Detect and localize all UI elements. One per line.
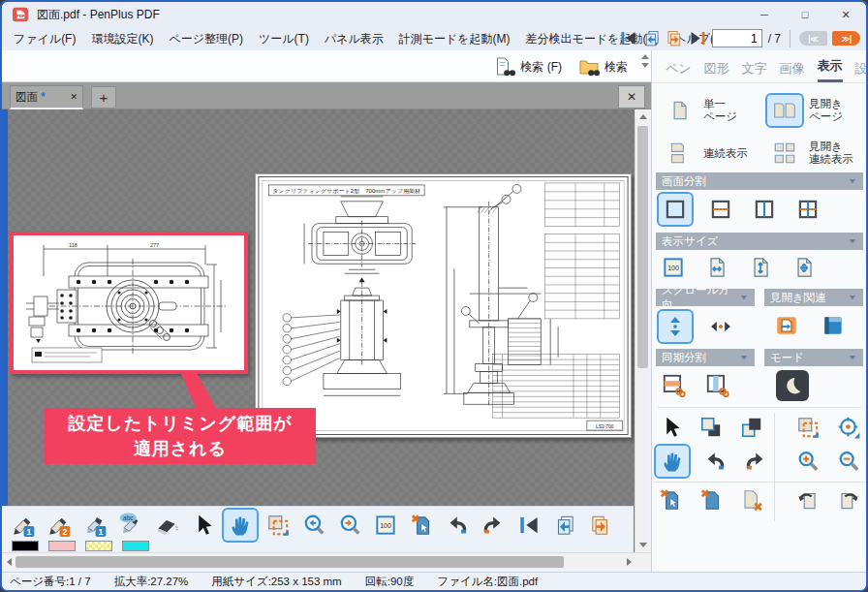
section-header-mode[interactable]: モード bbox=[764, 349, 863, 366]
select-cursor-button[interactable] bbox=[186, 511, 219, 540]
section-header-sync[interactable]: 同期分割 bbox=[656, 349, 755, 366]
zoom-out-button[interactable] bbox=[832, 447, 865, 476]
maximize-button[interactable]: □ bbox=[785, 2, 825, 27]
undo-button[interactable] bbox=[441, 511, 474, 540]
delete-page-button[interactable] bbox=[695, 485, 728, 514]
menu-item-3[interactable]: ツール(T) bbox=[251, 28, 317, 50]
delete-annotation-button[interactable] bbox=[405, 511, 438, 540]
menu-item-0[interactable]: ファイル(F) bbox=[6, 28, 83, 50]
select-cursor-button[interactable] bbox=[654, 413, 687, 442]
zoom-in-button[interactable] bbox=[791, 447, 824, 476]
section-header-scroll[interactable]: スクロール方向 bbox=[656, 289, 755, 306]
vertical-scrollbar-thumb[interactable] bbox=[637, 126, 648, 368]
fit-page-button[interactable] bbox=[788, 253, 821, 282]
bring-front-button[interactable] bbox=[695, 413, 728, 442]
redo-button[interactable] bbox=[477, 511, 510, 540]
delete-annotation-button[interactable] bbox=[654, 485, 687, 514]
rotate-right-button[interactable] bbox=[832, 485, 865, 514]
spread-swap-button[interactable] bbox=[770, 311, 803, 340]
new-tab-button[interactable]: + bbox=[91, 86, 116, 109]
panel-tab-1[interactable]: 図形 bbox=[704, 60, 729, 82]
night-mode-button[interactable] bbox=[776, 370, 809, 401]
color-swatch-2[interactable] bbox=[85, 541, 112, 551]
pen-2-button[interactable]: 2 bbox=[43, 511, 76, 540]
sync-horizontal-button[interactable] bbox=[657, 370, 690, 399]
next-pages-button[interactable] bbox=[665, 28, 685, 48]
color-swatch-3[interactable] bbox=[122, 541, 149, 551]
close-button[interactable]: ✕ bbox=[825, 2, 866, 27]
target-view-button[interactable] bbox=[832, 413, 865, 442]
extract-page-button[interactable] bbox=[735, 485, 768, 514]
scroll-left-button[interactable] bbox=[2, 553, 16, 571]
close-document-button[interactable]: ✕ bbox=[618, 85, 645, 109]
tab-close-icon[interactable]: ✕ bbox=[70, 92, 78, 102]
pen-1-button[interactable]: 1 bbox=[7, 511, 40, 540]
minimize-button[interactable]: ─ bbox=[744, 2, 785, 27]
scroll-up-button[interactable] bbox=[636, 109, 650, 124]
fit-height-button[interactable] bbox=[744, 253, 777, 282]
split-quad-button[interactable] bbox=[791, 195, 824, 224]
hand-button[interactable] bbox=[654, 444, 691, 479]
last-page-button[interactable] bbox=[688, 28, 708, 48]
first-page-button[interactable] bbox=[618, 28, 638, 48]
view-next-button[interactable] bbox=[333, 511, 366, 540]
panel-tab-5[interactable]: 設定 bbox=[855, 60, 868, 82]
sync-vertical-button[interactable] bbox=[700, 370, 733, 399]
jump-first-button[interactable]: |≪ bbox=[799, 31, 827, 46]
search-button-0[interactable]: 検索 (F) bbox=[489, 53, 566, 80]
panel-tab-2[interactable]: 文字 bbox=[742, 60, 767, 82]
scroll-vertical-button[interactable] bbox=[657, 309, 694, 344]
horizontal-scrollbar-thumb[interactable] bbox=[16, 556, 564, 568]
split-vertical-button[interactable] bbox=[748, 195, 781, 224]
split-single-button[interactable] bbox=[657, 192, 694, 227]
color-swatch-1[interactable] bbox=[48, 541, 76, 551]
panel-tab-0[interactable]: ペン bbox=[666, 60, 692, 82]
redo-button[interactable] bbox=[739, 447, 772, 476]
section-header-split[interactable]: 画面分割 bbox=[656, 172, 863, 190]
vertical-scrollbar[interactable] bbox=[635, 109, 649, 552]
document-viewport[interactable]: タンクリフティングサポート2型 700mmアップ用架材 bbox=[2, 109, 649, 552]
first-page-button[interactable] bbox=[512, 511, 545, 540]
color-swatch-0[interactable] bbox=[12, 541, 39, 551]
send-back-button[interactable] bbox=[735, 413, 768, 442]
view-mode-page-single[interactable]: 単一 ページ bbox=[654, 89, 760, 132]
page-number-input[interactable] bbox=[712, 29, 762, 47]
highlighter-1-button[interactable]: 1 bbox=[78, 511, 111, 540]
scroll-horizontal-button[interactable] bbox=[704, 312, 737, 341]
text-highlighter-button[interactable]: abc bbox=[114, 511, 147, 540]
next-pages-button[interactable] bbox=[584, 511, 617, 540]
previous-pages-button[interactable] bbox=[641, 28, 662, 48]
hand-button[interactable] bbox=[222, 508, 259, 543]
previous-pages-button[interactable] bbox=[548, 511, 581, 540]
document-tab[interactable]: 図面 * ✕ bbox=[10, 85, 83, 109]
scroll-right-button[interactable] bbox=[622, 553, 636, 571]
menu-item-4[interactable]: パネル表示 bbox=[317, 28, 391, 50]
menu-item-2[interactable]: ページ整理(P) bbox=[161, 28, 251, 50]
section-header-facing[interactable]: 見開き関連 bbox=[764, 289, 863, 306]
split-horizontal-button[interactable] bbox=[704, 195, 737, 224]
actual-size-frame-button[interactable]: 100 bbox=[369, 511, 402, 540]
menu-item-1[interactable]: 環境設定(K) bbox=[83, 28, 161, 50]
book-button[interactable] bbox=[817, 311, 850, 340]
search-buttons: 検索 (F)検索 bbox=[489, 53, 632, 80]
horizontal-scrollbar[interactable] bbox=[2, 552, 651, 570]
view-mode-page-facing[interactable]: 見開き ページ bbox=[760, 89, 865, 132]
fit-width-button[interactable] bbox=[700, 253, 733, 282]
view-mode-page-continuous[interactable]: 連続表示 bbox=[654, 132, 760, 174]
marquee-zoom-button[interactable] bbox=[791, 413, 824, 442]
view-previous-button[interactable] bbox=[297, 511, 330, 540]
marquee-zoom-button[interactable] bbox=[262, 511, 294, 540]
section-header-size[interactable]: 表示サイズ bbox=[656, 233, 863, 250]
undo-button[interactable] bbox=[698, 447, 731, 476]
panel-tab-4[interactable]: 表示 bbox=[818, 57, 843, 82]
panel-tab-3[interactable]: 画像 bbox=[780, 60, 805, 82]
jump-last-button[interactable]: ≫| bbox=[832, 31, 860, 46]
actual-size-button[interactable]: 100 bbox=[657, 253, 690, 282]
view-mode-page-facing-continuous[interactable]: 見開き 連続表示 bbox=[760, 132, 865, 174]
toolbar-overflow-control[interactable] bbox=[641, 54, 649, 68]
scroll-down-button[interactable] bbox=[636, 538, 650, 552]
search-button-1[interactable]: 検索 bbox=[574, 53, 632, 80]
menu-item-5[interactable]: 計測モードを起動(M) bbox=[391, 28, 518, 50]
rotate-left-button[interactable] bbox=[791, 485, 824, 514]
eraser-button[interactable] bbox=[150, 511, 183, 540]
